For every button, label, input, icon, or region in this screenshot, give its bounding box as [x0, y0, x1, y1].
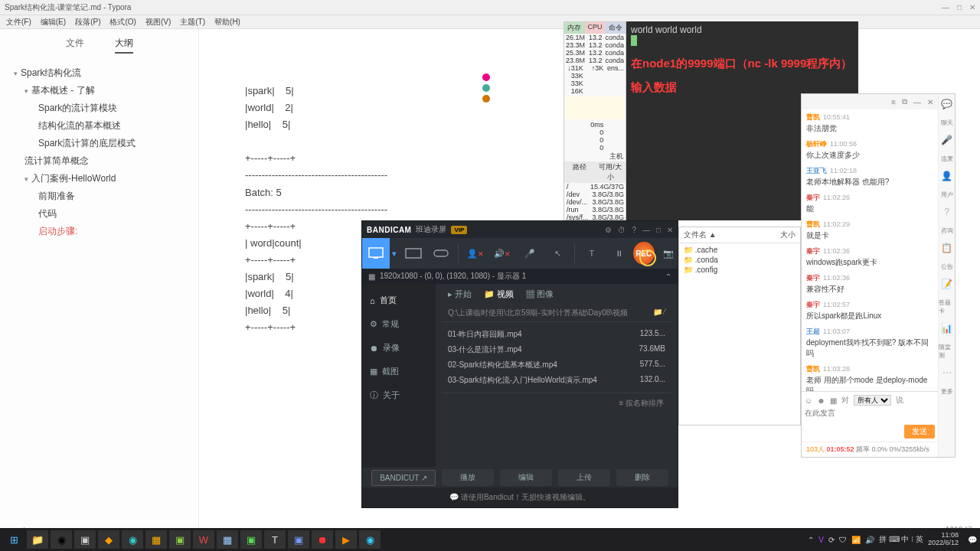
fb-item[interactable]: 📁 .cache: [682, 245, 797, 255]
chat-titlebar[interactable]: ≡ ⧉ — ✕: [802, 94, 938, 109]
screen-dropdown-icon[interactable]: ▾: [390, 238, 400, 269]
delete-button[interactable]: 删除: [616, 469, 668, 486]
tab-start[interactable]: ▸ 开始: [448, 289, 472, 300]
popout-icon[interactable]: ⧉: [902, 97, 907, 106]
text-icon[interactable]: T: [578, 238, 606, 269]
tray-caret-icon[interactable]: ⌃: [808, 536, 814, 544]
fb-item[interactable]: 📁 .conda: [682, 255, 797, 265]
wifi-icon[interactable]: 📶: [851, 536, 861, 544]
snapshot-icon[interactable]: 📷: [659, 249, 678, 259]
chat-messages[interactable]: 曹凯10:55:41非法朋党杨轩峥11:00:56你上次速度多少王亚飞11:02…: [802, 109, 938, 391]
close-icon[interactable]: ✕: [667, 226, 673, 234]
output-path[interactable]: Q:\上课临时使用\北京59期-实时计算基础\Day08\视频 📁 ∕: [442, 305, 671, 322]
windows-taskbar[interactable]: ⊞ 📁 ◉ ▣ ◆ ◉ ▦ ▣ W ▦ ▣ T ▣ ⏺ ▶ ◉ ⌃ V ⟳ 🛡 …: [0, 528, 980, 551]
bandicam-titlebar[interactable]: BANDICAM 班迪录屏 VIP ⚙ ⏱ ? — □ ✕: [362, 221, 678, 238]
notification-icon[interactable]: 💬: [968, 536, 977, 544]
upload-button[interactable]: 上传: [558, 469, 610, 486]
chat-side-随堂测[interactable]: 📊: [941, 323, 953, 335]
security-icon[interactable]: 🛡: [839, 536, 847, 544]
image-icon[interactable]: ▦: [830, 396, 837, 405]
record-icon[interactable]: ⏺: [312, 530, 333, 549]
outline-item[interactable]: 前期准备: [35, 187, 194, 205]
settings-icon[interactable]: ⚙: [605, 226, 612, 234]
help-icon[interactable]: ?: [632, 226, 636, 234]
file-row[interactable]: 02-Spark结构化流基本概述.mp4577.5...: [442, 357, 671, 373]
nav-home[interactable]: ⌂首页: [362, 289, 436, 312]
nav-video[interactable]: ⏺录像: [362, 336, 436, 360]
minimize-icon[interactable]: —: [913, 98, 921, 106]
nav-image[interactable]: ▦截图: [362, 360, 436, 383]
menu-theme[interactable]: 主题(T): [178, 15, 207, 28]
file-row[interactable]: 01-昨日内容回顾.mp4123.5...: [442, 327, 671, 342]
chat-window[interactable]: ≡ ⧉ — ✕ 曹凯10:55:41非法朋党杨轩峥11:00:56你上次速度多少…: [801, 93, 956, 458]
menu-help[interactable]: 帮助(H): [213, 15, 242, 28]
chat-side-聊天[interactable]: 💬: [941, 99, 953, 111]
outline-item[interactable]: 代码: [35, 205, 194, 223]
menu-format[interactable]: 格式(O): [108, 15, 137, 28]
collapse-icon[interactable]: ⌃: [665, 272, 671, 281]
file-row[interactable]: 03-什么是流计算.mp473.6MB: [442, 342, 671, 357]
tab-image[interactable]: ▦ 图像: [526, 289, 554, 300]
close-icon[interactable]: ✕: [927, 98, 933, 106]
chat-side-公告[interactable]: 📋: [941, 243, 953, 255]
clock[interactable]: 11:08 2022/6/12: [928, 532, 963, 547]
fb-col-name[interactable]: 文件名 ▲: [684, 230, 780, 240]
menu-file[interactable]: 文件(F): [5, 15, 33, 28]
file-row[interactable]: 03-Spark结构化流-入门HelloWorld演示.mp4132.0...: [442, 373, 671, 388]
fb-item[interactable]: 📁 .config: [682, 265, 797, 275]
tab-video[interactable]: 📁 视频: [484, 289, 514, 300]
sidebar-tabs[interactable]: 文件 大纲: [0, 34, 198, 57]
play-button[interactable]: 播放: [442, 469, 494, 486]
edit-button[interactable]: 编辑: [500, 469, 552, 486]
app-icon[interactable]: ◆: [98, 530, 119, 549]
menu-icon[interactable]: ≡: [891, 98, 896, 106]
minimize-icon[interactable]: —: [642, 226, 650, 234]
bandicam-toolbar[interactable]: ▾ 👤✕ 🔊✕ 🎤 ↖ T ⏸ REC 📷: [362, 238, 678, 269]
app-icon-5[interactable]: ▣: [288, 530, 309, 549]
window-controls[interactable]: — □ ✕: [942, 3, 975, 11]
system-tray[interactable]: ⌃ V ⟳ 🛡 📶 🔊 拼 ⌨ 中 ⁝ 英 11:08 2022/6/12 💬: [808, 532, 977, 547]
open-folder-icon[interactable]: 📁 ∕: [653, 308, 665, 318]
file-browser-strip[interactable]: 文件名 ▲ 大小 📁 .cache📁 .conda📁 .config: [678, 227, 801, 425]
bandicam-window[interactable]: BANDICAM 班迪录屏 VIP ⚙ ⏱ ? — □ ✕ ▾ 👤✕ 🔊✕ 🎤 …: [361, 220, 678, 508]
typora-icon[interactable]: T: [264, 530, 286, 549]
minimize-icon[interactable]: —: [942, 3, 949, 11]
bandicut-button[interactable]: BANDICUT ↗: [371, 470, 436, 486]
chat-input-area[interactable]: ☺ ☻ ▦ 对 所有人 说 发送: [802, 391, 938, 442]
chat-side-答题卡[interactable]: 📝: [941, 279, 953, 291]
chrome-icon[interactable]: ◉: [51, 530, 72, 549]
app-icon-4[interactable]: ▦: [217, 530, 238, 549]
sticker-icon[interactable]: ☻: [817, 396, 825, 405]
chat-side-更多[interactable]: ⋯: [941, 367, 953, 380]
outline-item[interactable]: 启动步骤:: [35, 223, 194, 240]
file-list[interactable]: 01-昨日内容回顾.mp4123.5...03-什么是流计算.mp473.6MB…: [442, 322, 671, 393]
ime-indicator[interactable]: 拼 ⌨ 中 ⁝ 英: [879, 534, 923, 545]
bandicam-window-controls[interactable]: ⚙ ⏱ ? — □ ✕: [605, 226, 673, 234]
fb-header[interactable]: 文件名 ▲ 大小: [679, 227, 800, 243]
edge-icon[interactable]: ◉: [122, 530, 143, 549]
app-icon-6[interactable]: ▶: [335, 530, 357, 549]
app-icon-3[interactable]: ▣: [169, 530, 191, 549]
outline-item[interactable]: 基本概述 - 了解: [21, 82, 194, 99]
pause-icon[interactable]: ⏸: [606, 238, 633, 269]
app-icon-2[interactable]: ▦: [145, 530, 167, 549]
menu-paragraph[interactable]: 段落(P): [74, 15, 102, 28]
device-mode-button[interactable]: [400, 238, 427, 269]
nav-general[interactable]: ⚙常规: [362, 312, 436, 336]
typora-titlebar[interactable]: Spark结构化流-课堂笔记.md - Typora — □ ✕: [0, 0, 980, 15]
outline-item[interactable]: Spark的流计算模块: [35, 99, 194, 117]
vpn-icon[interactable]: V: [818, 536, 824, 544]
emoji-icon[interactable]: ☺: [805, 396, 812, 405]
sync-icon[interactable]: ⟳: [828, 536, 835, 544]
pycharm-icon[interactable]: ▣: [240, 530, 262, 549]
send-button[interactable]: 发送: [904, 425, 935, 439]
bandicam-actions[interactable]: BANDICUT ↗ 播放 编辑 上传 删除: [362, 468, 678, 487]
volume-icon[interactable]: 🔊: [865, 536, 874, 544]
explorer-icon[interactable]: 📁: [27, 530, 48, 549]
chat-side-用户[interactable]: 👤: [941, 171, 953, 183]
menu-view[interactable]: 视图(V): [144, 15, 172, 28]
close-icon[interactable]: ✕: [969, 3, 975, 11]
fb-col-size[interactable]: 大小: [780, 230, 795, 240]
tab-file[interactable]: 文件: [66, 37, 84, 54]
sort-bar[interactable]: ≡ 按名称排序: [442, 393, 671, 413]
